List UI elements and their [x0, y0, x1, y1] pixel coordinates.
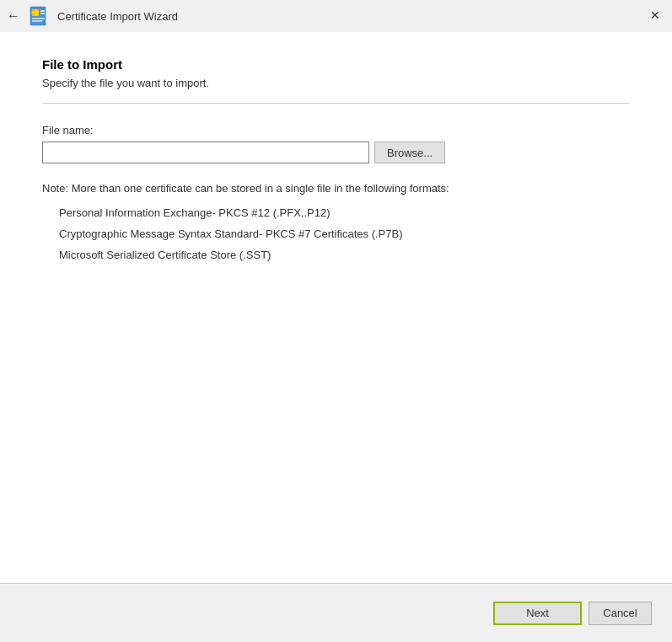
- file-name-input[interactable]: [42, 142, 369, 163]
- next-button[interactable]: Next: [493, 602, 582, 625]
- divider: [42, 103, 630, 104]
- cancel-button[interactable]: Cancel: [589, 602, 652, 625]
- title-bar: ← Certificate Import Wizard ✕: [0, 0, 672, 32]
- footer: Next Cancel: [0, 583, 672, 642]
- back-button[interactable]: ←: [7, 8, 20, 24]
- list-item: Microsoft Serialized Certificate Store (…: [59, 249, 630, 261]
- certificate-import-wizard-dialog: ← Certificate Import Wizard ✕ File to Im…: [0, 0, 672, 642]
- svg-point-6: [32, 11, 36, 15]
- file-name-label: File name:: [42, 124, 630, 136]
- main-content: File to Import Specify the file you want…: [0, 32, 672, 583]
- wizard-icon: [27, 4, 51, 28]
- list-item: Personal Information Exchange- PKCS #12 …: [59, 206, 630, 219]
- format-list: Personal Information Exchange- PKCS #12 …: [42, 206, 630, 261]
- section-title: File to Import: [42, 57, 630, 72]
- list-item: Cryptographic Message Syntax Standard- P…: [59, 227, 630, 240]
- title-bar-left: ← Certificate Import Wizard: [7, 4, 665, 28]
- section-subtitle: Specify the file you want to import.: [42, 77, 630, 89]
- close-button[interactable]: ✕: [645, 5, 665, 25]
- dialog-title: Certificate Import Wizard: [57, 10, 178, 23]
- note-text: Note: More than one certificate can be s…: [42, 182, 630, 195]
- browse-button[interactable]: Browse...: [374, 142, 445, 163]
- file-input-row: Browse...: [42, 142, 630, 163]
